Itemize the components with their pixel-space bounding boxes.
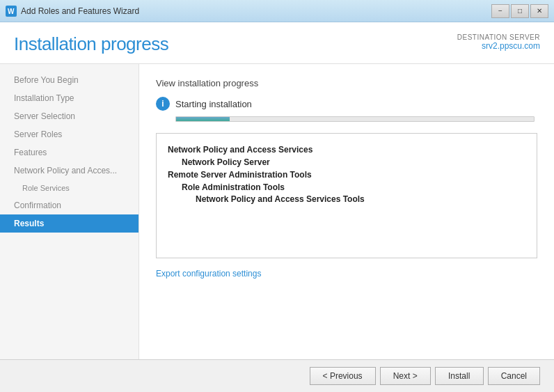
title-bar: W Add Roles and Features Wizard − □ ✕	[0, 0, 554, 22]
close-button[interactable]: ✕	[530, 4, 548, 18]
sidebar-item-confirmation[interactable]: Confirmation	[0, 196, 138, 214]
page-title: Installation progress	[14, 33, 168, 55]
feature-item: Role Administration Tools	[168, 182, 525, 192]
previous-button[interactable]: < Previous	[310, 367, 376, 385]
footer-area: < Previous Next > Install Cancel	[0, 359, 554, 392]
title-bar-title: Add Roles and Features Wizard	[21, 6, 139, 16]
features-box: Network Policy and Access ServicesNetwor…	[156, 133, 537, 258]
sidebar-item-features[interactable]: Features	[0, 143, 138, 162]
main-content: View installation progress i Starting in…	[139, 64, 554, 359]
minimize-button[interactable]: −	[491, 4, 509, 18]
body-area: Before You BeginInstallation TypeServer …	[0, 64, 554, 359]
progress-bar-container	[175, 116, 535, 122]
title-bar-controls: − □ ✕	[491, 4, 548, 18]
header-area: Installation progress DESTINATION SERVER…	[0, 22, 554, 64]
title-bar-left: W Add Roles and Features Wizard	[6, 6, 139, 17]
status-text: Starting installation	[175, 99, 252, 109]
export-link[interactable]: Export configuration settings	[156, 269, 261, 279]
sidebar: Before You BeginInstallation TypeServer …	[0, 64, 139, 359]
sidebar-item-installation-type[interactable]: Installation Type	[0, 89, 138, 107]
sidebar-item-server-roles[interactable]: Server Roles	[0, 125, 138, 143]
sidebar-item-before-you-begin[interactable]: Before You Begin	[0, 71, 138, 89]
sidebar-item-role-services[interactable]: Role Services	[0, 180, 138, 196]
install-button[interactable]: Install	[435, 367, 484, 385]
sidebar-item-server-selection[interactable]: Server Selection	[0, 107, 138, 125]
feature-item: Remote Server Administration Tools	[168, 170, 525, 180]
sidebar-item-results[interactable]: Results	[0, 214, 138, 233]
svg-text:W: W	[8, 8, 15, 15]
cancel-button[interactable]: Cancel	[488, 367, 540, 385]
server-name: srv2.ppscu.com	[457, 41, 540, 51]
destination-label: DESTINATION SERVER	[457, 33, 540, 41]
destination-server-info: DESTINATION SERVER srv2.ppscu.com	[457, 33, 540, 51]
feature-item: Network Policy and Access Services Tools	[168, 194, 525, 204]
status-row: i Starting installation	[156, 97, 537, 111]
feature-item: Network Policy Server	[168, 157, 525, 167]
section-title: View installation progress	[156, 78, 537, 88]
sidebar-item-network-policy-and-acces[interactable]: Network Policy and Acces...	[0, 162, 138, 180]
info-icon: i	[156, 97, 170, 111]
feature-item: Network Policy and Access Services	[168, 145, 525, 155]
window-content: Installation progress DESTINATION SERVER…	[0, 22, 554, 392]
next-button[interactable]: Next >	[380, 367, 431, 385]
progress-bar-fill	[176, 117, 230, 121]
maximize-button[interactable]: □	[511, 4, 529, 18]
wizard-icon: W	[6, 6, 17, 17]
